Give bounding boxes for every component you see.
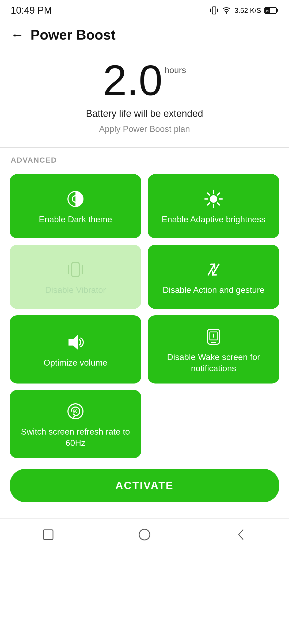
status-bar: 10:49 PM 3.52 K/S 44 xyxy=(0,0,289,19)
grid-row-3: Optimize volume Disable Wake screen for … xyxy=(10,315,279,384)
svg-rect-5 xyxy=(276,9,278,12)
card-optimize-volume-label: Optimize volume xyxy=(44,357,107,369)
card-adaptive-brightness-label: Enable Adaptive brightness xyxy=(162,214,265,225)
refresh-rate-icon: 60 xyxy=(66,402,85,421)
card-refresh-rate-label: Switch screen refresh rate to 60Hz xyxy=(16,426,135,448)
svg-text:44: 44 xyxy=(265,9,269,12)
card-adaptive-brightness[interactable]: Enable Adaptive brightness xyxy=(148,174,279,238)
battery-icon: 44 xyxy=(264,6,278,14)
svg-point-3 xyxy=(226,13,227,13)
back-button[interactable]: ← xyxy=(11,28,24,41)
card-dark-theme-label: Enable Dark theme xyxy=(39,214,112,225)
volume-icon xyxy=(66,333,85,352)
vibrator-icon xyxy=(66,260,85,279)
advanced-section: ADVANCED Enable Dark theme xyxy=(0,156,289,458)
svg-point-33 xyxy=(139,529,150,540)
hero-link[interactable]: Apply Power Boost plan xyxy=(99,124,190,134)
brightness-icon xyxy=(204,189,223,209)
hero-subtitle: Battery life will be extended xyxy=(86,108,203,119)
hours-unit: hours xyxy=(165,65,186,75)
grid-row-2: Disable Vibrator Disable Action and gest… xyxy=(10,245,279,309)
svg-line-17 xyxy=(218,193,219,195)
card-disable-vibrator[interactable]: Disable Vibrator xyxy=(10,245,141,309)
svg-point-10 xyxy=(210,195,217,203)
card-optimize-volume[interactable]: Optimize volume xyxy=(10,315,141,384)
page-title: Power Boost xyxy=(31,27,116,43)
svg-text:60: 60 xyxy=(73,409,78,413)
wifi-icon xyxy=(222,6,231,15)
dark-theme-icon xyxy=(66,189,85,209)
svg-marker-24 xyxy=(69,336,78,349)
card-disable-vibrator-label: Disable Vibrator xyxy=(45,285,106,296)
divider xyxy=(0,147,289,148)
grid-row-1: Enable Dark theme Enable Adaptive bright… xyxy=(10,174,279,238)
bottom-nav xyxy=(0,518,289,553)
card-action-gesture[interactable]: Disable Action and gesture xyxy=(148,245,279,309)
nav-back-button[interactable] xyxy=(233,527,249,543)
svg-rect-19 xyxy=(72,263,79,277)
wake-screen-icon xyxy=(204,327,223,346)
status-time: 10:49 PM xyxy=(11,5,52,16)
svg-line-16 xyxy=(218,203,219,205)
status-icons: 3.52 K/S 44 xyxy=(210,6,278,15)
gesture-icon xyxy=(204,260,223,279)
svg-line-18 xyxy=(208,203,210,205)
hero-section: 2.0 hours Battery life will be extended … xyxy=(0,48,289,147)
section-label: ADVANCED xyxy=(11,156,279,164)
card-action-gesture-label: Disable Action and gesture xyxy=(163,285,265,296)
hours-display: 2.0 hours xyxy=(103,59,186,102)
hours-value: 2.0 xyxy=(103,59,162,102)
card-wake-screen[interactable]: Disable Wake screen for notifications xyxy=(148,315,279,384)
svg-rect-0 xyxy=(212,7,216,14)
activate-button[interactable]: ACTIVATE xyxy=(10,469,279,502)
svg-rect-32 xyxy=(43,530,53,539)
nav-home-button[interactable] xyxy=(136,527,153,543)
svg-line-15 xyxy=(208,193,210,195)
nav-square-button[interactable] xyxy=(40,527,56,543)
card-wake-screen-label: Disable Wake screen for notifications xyxy=(154,352,273,374)
header: ← Power Boost xyxy=(0,19,289,48)
vibrate-icon xyxy=(210,6,218,15)
card-refresh-rate[interactable]: 60 Switch screen refresh rate to 60Hz xyxy=(10,390,141,458)
grid-row-4: 60 Switch screen refresh rate to 60Hz xyxy=(10,390,279,458)
network-speed: 3.52 K/S xyxy=(234,6,261,15)
card-dark-theme[interactable]: Enable Dark theme xyxy=(10,174,141,238)
